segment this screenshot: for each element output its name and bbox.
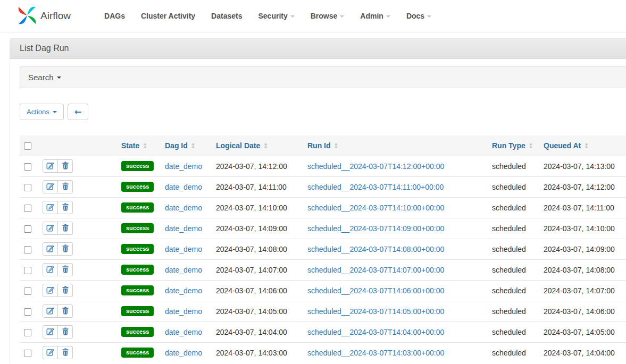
edit-button[interactable]	[43, 222, 58, 235]
row-checkbox[interactable]	[24, 246, 31, 253]
nav-item-datasets[interactable]: Datasets	[203, 6, 250, 26]
run-id-link[interactable]: scheduled__2024-03-07T14:12:00+00:00	[307, 162, 444, 171]
edit-button[interactable]	[43, 159, 58, 173]
delete-button[interactable]	[57, 222, 73, 235]
delete-button[interactable]	[57, 304, 73, 318]
delete-button[interactable]	[57, 346, 73, 359]
nav-item-admin[interactable]: Admin	[352, 6, 398, 26]
back-button[interactable]: ←	[68, 104, 88, 120]
run-id-link[interactable]: scheduled__2024-03-07T14:06:00+00:00	[307, 286, 444, 295]
logical-date-cell: 2024-03-07, 14:04:00	[212, 321, 303, 342]
search-label: Search	[28, 73, 54, 82]
run-id-link[interactable]: scheduled__2024-03-07T14:11:00+00:00	[307, 183, 444, 191]
sort-icon[interactable]: ↕	[263, 142, 269, 150]
run-id-link[interactable]: scheduled__2024-03-07T14:09:00+00:00	[307, 224, 444, 233]
logical-date-cell: 2024-03-07, 14:11:00	[212, 176, 303, 197]
sort-icon[interactable]: ↕	[142, 142, 148, 150]
chevron-down-icon	[427, 15, 431, 18]
queued-at-cell: 2024-03-07, 14:13:00	[539, 156, 626, 176]
status-badge: success	[121, 223, 154, 233]
run-id-link[interactable]: scheduled__2024-03-07T14:03:00+00:00	[307, 349, 444, 357]
dag-id-link[interactable]: date_demo	[165, 162, 202, 171]
chevron-down-icon	[290, 15, 295, 18]
edit-button[interactable]	[43, 304, 58, 318]
run-id-link[interactable]: scheduled__2024-03-07T14:08:00+00:00	[307, 245, 444, 253]
table-row: success date_demo 2024-03-07, 14:08:00 s…	[20, 239, 626, 259]
queued-at-cell: 2024-03-07, 14:08:00	[539, 259, 626, 280]
delete-button[interactable]	[57, 263, 73, 276]
select-all-checkbox[interactable]	[24, 142, 31, 150]
run-type-cell: scheduled	[488, 176, 539, 197]
dag-run-table: State↕ Dag Id↕ Logical Date↕ Run Id↕ Run…	[20, 136, 626, 363]
dag-id-link[interactable]: date_demo	[165, 245, 202, 253]
page-title: List Dag Run	[20, 44, 69, 53]
logical-date-cell: 2024-03-07, 14:08:00	[212, 239, 303, 259]
actions-button[interactable]: Actions	[20, 104, 64, 120]
dag-id-link[interactable]: date_demo	[165, 307, 202, 316]
nav-item-dags[interactable]: DAGs	[96, 6, 133, 26]
row-checkbox[interactable]	[24, 184, 31, 191]
delete-button[interactable]	[57, 284, 73, 297]
airflow-brand[interactable]: Airflow	[16, 4, 71, 28]
nav-item-browse[interactable]: Browse	[303, 6, 353, 26]
delete-button[interactable]	[57, 180, 73, 193]
edit-button[interactable]	[43, 346, 58, 359]
queued-at-cell: 2024-03-07, 14:12:00	[539, 176, 626, 197]
dag-id-link[interactable]: date_demo	[165, 183, 202, 191]
row-checkbox[interactable]	[24, 267, 31, 274]
row-checkbox[interactable]	[24, 308, 31, 316]
status-badge: success	[121, 306, 154, 316]
queued-at-cell: 2024-03-07, 14:11:00	[539, 197, 626, 218]
queued-at-cell: 2024-03-07, 14:07:00	[539, 280, 626, 301]
trash-icon	[62, 244, 69, 254]
dag-id-link[interactable]: date_demo	[165, 328, 202, 336]
edit-pencil-icon	[46, 223, 55, 233]
logical-date-cell: 2024-03-07, 14:12:00	[212, 156, 303, 176]
table-row: success date_demo 2024-03-07, 14:10:00 s…	[20, 197, 626, 218]
run-id-link[interactable]: scheduled__2024-03-07T14:04:00+00:00	[307, 328, 444, 336]
edit-button[interactable]	[43, 263, 58, 276]
row-checkbox[interactable]	[24, 163, 31, 171]
run-id-link[interactable]: scheduled__2024-03-07T14:05:00+00:00	[307, 307, 444, 316]
edit-button[interactable]	[43, 180, 58, 193]
edit-button[interactable]	[43, 201, 58, 214]
edit-pencil-icon	[46, 202, 55, 213]
delete-button[interactable]	[57, 159, 73, 173]
run-id-link[interactable]: scheduled__2024-03-07T14:10:00+00:00	[307, 204, 444, 212]
delete-button[interactable]	[57, 325, 73, 338]
table-row: success date_demo 2024-03-07, 14:07:00 s…	[20, 259, 626, 280]
logical-date-cell: 2024-03-07, 14:09:00	[212, 218, 303, 239]
nav-item-security[interactable]: Security	[250, 6, 302, 26]
run-type-cell: scheduled	[488, 239, 539, 259]
dag-id-link[interactable]: date_demo	[165, 349, 202, 357]
edit-button[interactable]	[43, 242, 58, 256]
sort-icon[interactable]: ↕	[528, 142, 534, 150]
row-checkbox[interactable]	[24, 225, 31, 233]
delete-button[interactable]	[57, 242, 73, 256]
edit-button[interactable]	[43, 325, 58, 338]
actions-column-header	[38, 136, 117, 156]
sort-icon[interactable]: ↕	[190, 142, 196, 150]
delete-button[interactable]	[57, 201, 73, 214]
dag-id-link[interactable]: date_demo	[165, 266, 202, 274]
row-checkbox[interactable]	[24, 205, 31, 212]
row-checkbox[interactable]	[24, 287, 31, 295]
dag-id-link[interactable]: date_demo	[165, 204, 202, 212]
chevron-down-icon	[386, 15, 390, 18]
dag-id-link[interactable]: date_demo	[165, 224, 202, 233]
dag-id-link[interactable]: date_demo	[165, 286, 202, 295]
row-checkbox[interactable]	[24, 329, 31, 336]
column-header-logical-date: Logical Date↕	[212, 136, 303, 156]
row-checkbox[interactable]	[24, 350, 31, 357]
logical-date-cell: 2024-03-07, 14:10:00	[212, 197, 303, 218]
top-navbar: Airflow DAGs Cluster Activity Datasets S…	[0, 0, 626, 32]
nav-item-docs[interactable]: Docs	[398, 6, 439, 26]
search-dropdown-toggle[interactable]: Search	[28, 73, 61, 82]
run-id-link[interactable]: scheduled__2024-03-07T14:07:00+00:00	[307, 266, 444, 274]
edit-button[interactable]	[43, 284, 58, 297]
sort-icon[interactable]: ↕	[333, 142, 339, 150]
status-badge: success	[121, 285, 154, 295]
nav-item-cluster-activity[interactable]: Cluster Activity	[133, 6, 203, 26]
chevron-down-icon	[340, 15, 344, 18]
sort-icon[interactable]: ↕	[583, 142, 589, 150]
